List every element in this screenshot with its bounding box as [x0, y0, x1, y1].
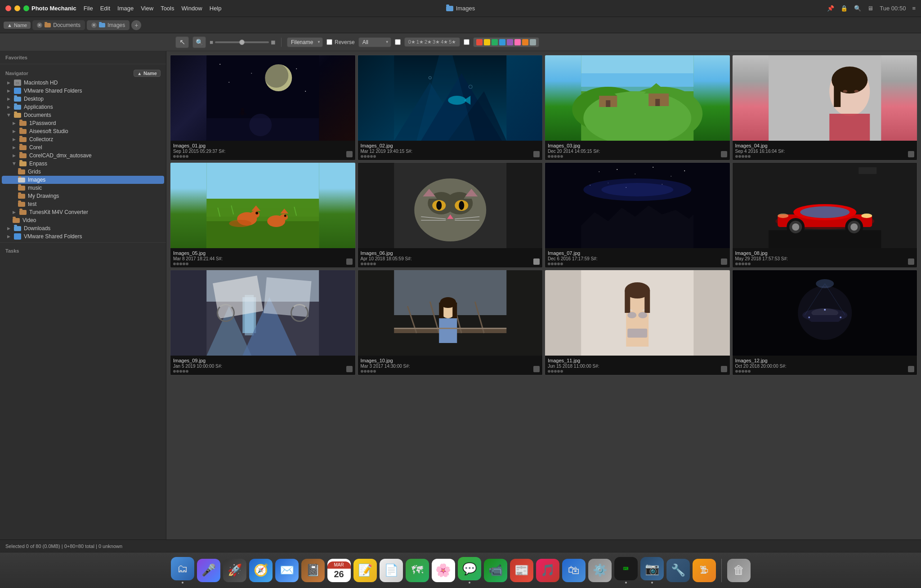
menu-tools[interactable]: Tools	[161, 5, 174, 12]
dock-item-facetime[interactable]: 📹	[484, 559, 507, 582]
color-tag-orange[interactable]	[522, 39, 528, 45]
dock-item-music[interactable]: 🎵	[536, 559, 559, 582]
tab-documents[interactable]: ✕ Documents	[32, 20, 85, 30]
dock-item-news[interactable]: 📰	[510, 559, 533, 582]
photo-cell-10[interactable]: Images_10.jpg Mar 3 2017 14:30:00 S#:	[358, 270, 543, 375]
sidebar-item-my-drawings[interactable]: My Drawings	[2, 192, 164, 200]
navigator-name-badge[interactable]: ▲ Name	[134, 70, 161, 77]
sidebar-item-corelcad[interactable]: ▶ CorelCAD_dmx_autosave	[2, 151, 164, 160]
menu-view[interactable]: View	[141, 5, 153, 12]
menu-image[interactable]: Image	[117, 5, 134, 12]
dock-item-notefile[interactable]: 📓	[301, 559, 325, 582]
photo-cell-12[interactable]: Images_12.jpg Oct 20 2018 20:00:00 S#:	[732, 270, 918, 375]
photo-check-5[interactable]	[346, 258, 353, 265]
color-tag-yellow[interactable]	[484, 39, 490, 45]
tab-add-button[interactable]: +	[131, 20, 141, 30]
menu-edit[interactable]: Edit	[100, 5, 110, 12]
color-tag-green[interactable]	[492, 39, 498, 45]
menu-file[interactable]: File	[84, 5, 93, 12]
photo-check-8[interactable]	[908, 258, 914, 265]
color-tags[interactable]	[473, 37, 539, 47]
tab-images[interactable]: ✕ Images	[87, 20, 130, 30]
sidebar-item-macintosh-hd[interactable]: ▶ ▭ Macintosh HD	[2, 79, 164, 87]
sidebar-item-grids[interactable]: Grids	[2, 168, 164, 176]
photo-check-7[interactable]	[721, 258, 727, 265]
pin-icon[interactable]: 📌	[827, 5, 834, 12]
dock-item-safari[interactable]: 🧭	[249, 559, 273, 582]
color-tag-pink[interactable]	[514, 39, 521, 45]
dock-item-calendar[interactable]: MAR 26	[327, 559, 351, 582]
photo-cell-6[interactable]: Images_06.jpg Apr 10 2018 18:05:59 S#:	[358, 162, 543, 268]
photo-check-9[interactable]	[346, 366, 353, 372]
menu-extra-icon[interactable]: ≡	[912, 5, 916, 12]
photo-cell-2[interactable]: Images_02.jpg Mar 12 2019 19:40:15 S#:	[358, 55, 543, 160]
sidebar-item-downloads[interactable]: ▶ Downloads	[2, 224, 164, 232]
location-icon[interactable]: 🔒	[841, 5, 848, 12]
sidebar-item-tuneskit[interactable]: ▶ TunesKit M4V Converter	[2, 208, 164, 216]
dock-item-finder[interactable]: 🗂	[171, 557, 194, 584]
photo-cell-7[interactable]: Images_07.jpg Dec 6 2016 17:17:59 S#:	[545, 162, 730, 268]
dock-item-siri[interactable]: 🎤	[197, 559, 220, 582]
sidebar-item-collectorz[interactable]: ▶ Collectorz	[2, 135, 164, 143]
photo-check-10[interactable]	[533, 366, 540, 372]
dock-item-appstore[interactable]: 🛍	[562, 559, 586, 582]
photo-cell-9[interactable]: Images_09.jpg Jan 5 2019 10:00:00 S#:	[170, 270, 356, 375]
sidebar-item-documents[interactable]: ▶ Documents	[2, 111, 164, 119]
dock-item-messages[interactable]: 💬	[458, 557, 481, 584]
dock-item-terminal[interactable]: ⌨	[614, 557, 638, 584]
photo-cell-11[interactable]: Images_11.jpg Jun 15 2018 11:00:00 S#:	[545, 270, 730, 375]
menu-help[interactable]: Help	[210, 5, 222, 12]
sidebar-item-vmware-1[interactable]: ▶ VMware Shared Folders	[2, 87, 164, 95]
maximize-button[interactable]	[23, 5, 29, 11]
dock-item-maps[interactable]: 🗺	[406, 559, 429, 582]
tab-close-images[interactable]: ✕	[91, 22, 97, 28]
photo-check-11[interactable]	[721, 366, 727, 372]
menu-window[interactable]: Window	[182, 5, 202, 12]
photo-cell-8[interactable]: Images_08.jpg May 29 2018 17:57:53 S#:	[732, 162, 918, 268]
photo-cell-3[interactable]: Images_03.jpg Dec 20 2014 14:05:15 S#:	[545, 55, 730, 160]
dock-item-trash[interactable]: 🗑	[727, 559, 751, 582]
sidebar-item-desktop[interactable]: ▶ Desktop	[2, 95, 164, 103]
zoom-slider[interactable]	[215, 41, 269, 43]
color-checkbox[interactable]	[464, 39, 469, 45]
dock-item-mail[interactable]: ✉️	[275, 559, 299, 582]
search-icon-title[interactable]: 🔍	[854, 5, 861, 12]
color-tag-red[interactable]	[476, 39, 483, 45]
color-tag-gray[interactable]	[530, 39, 536, 45]
photo-check-12[interactable]	[908, 366, 914, 372]
photo-check-2[interactable]	[533, 151, 540, 157]
reverse-checkbox[interactable]	[326, 39, 332, 45]
photo-check-3[interactable]	[721, 151, 727, 157]
dock-item-photos[interactable]: 🌸	[432, 559, 455, 582]
zoom-slider-thumb[interactable]	[239, 40, 245, 45]
star-filter[interactable]: 0★ 1★ 2★ 3★ 4★ 5★	[404, 37, 460, 47]
sidebar-item-test[interactable]: test	[2, 200, 164, 208]
dock-item-launchpad[interactable]: 🚀	[223, 559, 246, 582]
photo-check-1[interactable]	[346, 151, 353, 157]
photo-cell-5[interactable]: Images_05.jpg Mar 8 2017 18:21:44 S#:	[170, 162, 356, 268]
pointer-tool-button[interactable]: ↖	[175, 36, 189, 48]
photo-cell-4[interactable]: Images_04.jpg Sep 4 2016 16:16:04 S#:	[732, 55, 918, 160]
sort-select[interactable]: Filename Date Size	[287, 37, 323, 47]
photo-check-4[interactable]	[908, 151, 914, 157]
sidebar-item-applications[interactable]: ▶ Applications	[2, 103, 164, 111]
sidebar-item-enpass[interactable]: ▶ Enpass	[2, 160, 164, 168]
minimize-button[interactable]	[14, 5, 20, 11]
sidebar-item-corel[interactable]: ▶ Corel	[2, 143, 164, 151]
filter-select[interactable]: All Rated Unrated	[358, 37, 391, 47]
dock-item-photomechanic[interactable]: 📷	[640, 557, 664, 584]
display-icon[interactable]: 🖥	[867, 5, 873, 12]
sidebar-item-1password[interactable]: ▶ 1Password	[2, 119, 164, 127]
dock-item-systemprefs[interactable]: ⚙️	[588, 559, 612, 582]
color-tag-purple[interactable]	[507, 39, 513, 45]
sidebar-item-music[interactable]: music	[2, 184, 164, 192]
close-button[interactable]	[5, 5, 11, 11]
sidebar-item-vmware-2[interactable]: ▶ VMware Shared Folders	[2, 232, 164, 241]
magnify-tool-button[interactable]: 🔍	[192, 36, 206, 48]
tab-close-documents[interactable]: ✕	[37, 22, 42, 28]
tab-name-badge[interactable]: ▲ Name	[4, 22, 31, 29]
color-tag-blue[interactable]	[499, 39, 505, 45]
photo-check-6[interactable]	[533, 258, 540, 265]
dock-item-archiver[interactable]: 🗜	[693, 559, 716, 582]
dock-item-photomechanic2[interactable]: 🔧	[666, 559, 690, 582]
